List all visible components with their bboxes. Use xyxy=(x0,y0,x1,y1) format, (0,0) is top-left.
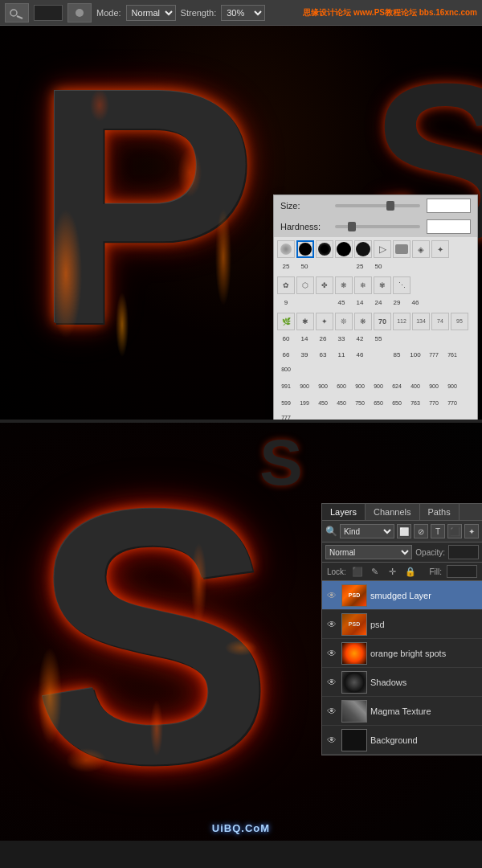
brush-size-input[interactable]: 30 xyxy=(34,5,63,21)
layers-tabs: Layers Channels Paths xyxy=(322,504,482,521)
brush-cell-s10[interactable]: 95 xyxy=(451,313,468,330)
tool-icon[interactable] xyxy=(5,3,29,23)
layer-thumb-orange xyxy=(341,642,367,665)
layer-row-shadows[interactable]: 👁 Shadows xyxy=(322,668,482,697)
tab-paths[interactable]: Paths xyxy=(420,504,460,520)
brush-cell-icon1[interactable] xyxy=(393,240,411,258)
lock-transparency-btn[interactable]: ⬛ xyxy=(351,565,364,578)
layer-eye-magma[interactable]: 👁 xyxy=(325,705,338,718)
brush-cell-r6[interactable]: ✾ xyxy=(374,276,391,294)
brush-cell-s7[interactable]: 112 xyxy=(393,313,411,330)
brush-cell-r4[interactable]: ❋ xyxy=(335,276,353,294)
brush-cell-r7[interactable]: ⋱ xyxy=(393,276,411,294)
brush-cell-r3[interactable]: ✤ xyxy=(316,276,333,294)
layer-thumb-magma xyxy=(341,700,367,723)
small-letter-top-right: S xyxy=(249,427,313,499)
brush-cell-icon2[interactable]: ◈ xyxy=(412,240,430,258)
layer-thumb-shadows xyxy=(341,671,367,694)
brush-preview-icon xyxy=(67,3,92,23)
hardness-input[interactable]: 0% xyxy=(427,219,471,234)
letter-p-container: P xyxy=(16,26,273,403)
watermark-top: 思缘设计论坛 www.PS教程论坛 bbs.16xnc.com xyxy=(303,7,477,18)
fill-input[interactable]: 100% xyxy=(447,565,477,578)
layer-eye-orange[interactable]: 👁 xyxy=(325,647,338,660)
brush-size-row: Size: 30 px xyxy=(274,195,477,216)
layer-thumb-bg xyxy=(341,729,367,751)
letter-p-glyph: P xyxy=(32,38,257,375)
layer-icon-btn-4[interactable]: ⬛ xyxy=(447,524,462,538)
brush-numbers-row5: 991 900 900 600 900 900 624 400 900 900 xyxy=(277,379,474,395)
size-slider[interactable] xyxy=(335,204,420,207)
letter-s-glyph: S xyxy=(32,455,273,817)
layer-icon-btn-3[interactable]: T xyxy=(431,524,445,538)
layer-icon-btn-2[interactable]: ⊘ xyxy=(414,524,428,538)
brush-cell-r1[interactable]: ✿ xyxy=(277,276,295,294)
brush-num-25[interactable]: 25 xyxy=(277,260,295,273)
lock-label: Lock: xyxy=(327,567,346,576)
brush-cell-arrow[interactable]: ▷ xyxy=(374,240,391,258)
brush-cell-s1[interactable]: 🌿 xyxy=(277,313,295,330)
svg-point-0 xyxy=(10,10,17,16)
brush-cell-3[interactable] xyxy=(316,240,333,258)
fill-label: Fill: xyxy=(429,567,442,576)
layer-thumb-psd-label: PSD xyxy=(349,592,360,598)
mode-select[interactable]: Normal xyxy=(126,5,176,21)
layer-eye-smudged[interactable]: 👁 xyxy=(325,589,338,602)
brush-cell-s5[interactable]: ❋ xyxy=(354,313,372,330)
layer-name-bg: Background xyxy=(370,735,479,745)
layer-row-smudged[interactable]: 👁 PSD smudged Layer xyxy=(322,581,482,610)
brush-num-empty2 xyxy=(333,260,350,273)
layer-row-magma[interactable]: 👁 Magma Texture xyxy=(322,697,482,726)
layer-eye-shadows[interactable]: 👁 xyxy=(325,676,338,689)
layer-thumb-psd2: PSD xyxy=(341,613,367,636)
hardness-slider[interactable] xyxy=(335,225,420,228)
lock-paint-btn[interactable]: ✎ xyxy=(369,565,382,578)
layer-row-psd[interactable]: 👁 PSD psd xyxy=(322,610,482,639)
layer-eye-bg[interactable]: 👁 xyxy=(325,734,338,747)
brush-cell-r5[interactable]: ❄ xyxy=(354,276,372,294)
kind-select[interactable]: Kind xyxy=(340,524,394,538)
brush-cell-s2[interactable]: ✱ xyxy=(296,313,314,330)
brush-num-empty1 xyxy=(314,260,332,273)
brush-cell-icon3[interactable]: ✦ xyxy=(431,240,449,258)
lock-move-btn[interactable]: ✛ xyxy=(386,565,399,578)
brush-cell-s9[interactable]: 74 xyxy=(431,313,449,330)
opacity-input[interactable]: 100% xyxy=(448,545,479,559)
search-icon: 🔍 xyxy=(325,526,337,537)
opacity-label: Opacity: xyxy=(415,548,445,557)
layer-thumb-smudged: PSD xyxy=(341,584,367,607)
size-label: Size: xyxy=(280,201,329,211)
brush-cell-4[interactable] xyxy=(335,240,353,258)
brush-cell-s4[interactable]: ❊ xyxy=(335,313,353,330)
strength-label: Strength: xyxy=(181,8,217,18)
strength-select[interactable]: 30% xyxy=(221,5,265,21)
brush-cell-2[interactable] xyxy=(296,240,314,258)
layer-icon-btn-5[interactable]: ✦ xyxy=(464,524,479,538)
canvas-top: P S Size: 30 px Hardness: 0% xyxy=(0,26,482,420)
brush-num-50b[interactable]: 50 xyxy=(370,260,387,273)
brush-cell-r2[interactable]: ⬡ xyxy=(296,276,314,294)
size-thumb xyxy=(386,201,394,211)
brush-numbers-row4: 66 39 63 11 46 85 100 777 761 800 xyxy=(277,348,474,377)
brush-cell-s8[interactable]: 134 xyxy=(412,313,430,330)
tab-channels[interactable]: Channels xyxy=(366,504,419,520)
layer-icon-btn-1[interactable]: ⬜ xyxy=(397,524,411,538)
tab-layers[interactable]: Layers xyxy=(322,504,366,520)
brush-numbers-row6: 599 199 450 450 750 650 650 763 770 770 … xyxy=(277,396,474,420)
brush-hardness-row: Hardness: 0% xyxy=(274,216,477,237)
layer-name-psd: psd xyxy=(370,620,479,629)
layer-row-orange[interactable]: 👁 orange bright spots xyxy=(322,639,482,668)
brush-cell-5[interactable] xyxy=(354,240,372,258)
watermark-bottom: UiBQ.CoM xyxy=(212,822,270,834)
blend-mode-select[interactable]: Normal xyxy=(325,545,412,559)
layer-row-bg[interactable]: 👁 Background xyxy=(322,726,482,755)
brush-num-50[interactable]: 50 xyxy=(296,260,313,273)
brush-cell-s6[interactable]: 70 xyxy=(374,313,391,330)
size-input[interactable]: 30 px xyxy=(427,199,471,213)
layer-eye-psd[interactable]: 👁 xyxy=(325,618,338,631)
lock-all-btn[interactable]: 🔒 xyxy=(404,565,417,578)
brush-num-25b[interactable]: 25 xyxy=(351,260,369,273)
brush-cell-s3[interactable]: ✦ xyxy=(316,313,333,330)
blend-row: Normal Opacity: 100% xyxy=(322,542,482,563)
brush-cell-1[interactable] xyxy=(277,240,295,258)
